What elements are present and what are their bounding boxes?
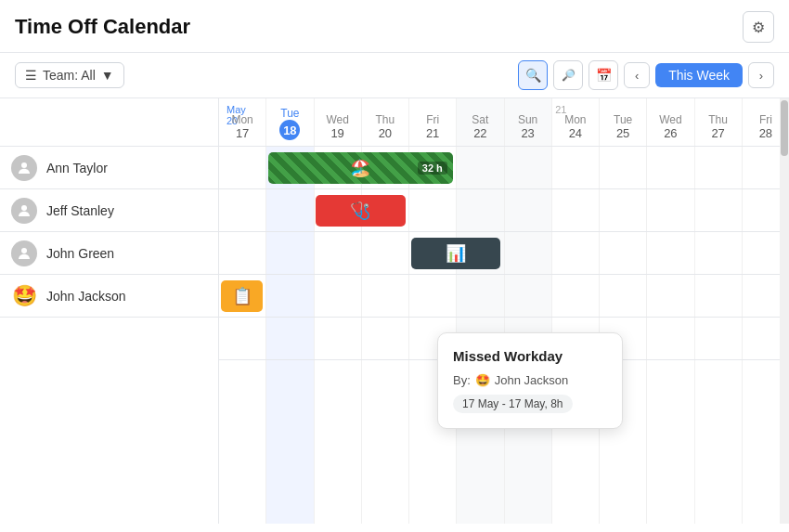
person-name-john-jackson: John Jackson [46,289,126,304]
day-name-sat22: Sat [472,113,488,126]
cell-jgreen-wed19 [315,232,362,274]
cell-ann-mon24 [552,147,600,188]
chevron-left-icon: ‹ [635,69,639,83]
row-john-green: 📊 [219,232,789,275]
cell-jeff-mon17 [219,189,266,231]
cell-jeff-fri21 [409,189,457,231]
chevron-right-icon: › [759,69,763,83]
day-num-wed19: 19 [330,126,343,140]
avatar-ann [11,155,37,181]
person-name-john-green: John Green [46,246,114,261]
cell-jjackson-sat22 [457,275,504,317]
person-row-jeff: Jeff Stanley [0,189,218,232]
tooltip-by-name: John Jackson [495,373,569,387]
day-col-wed26: Wed 26 [647,98,694,146]
cell-jgreen-tue18 [266,232,314,274]
gear-icon: ⚙ [752,19,765,36]
day-name-wed19: Wed [326,113,348,126]
event-john-green-work[interactable]: 📊 [411,238,500,269]
person-row-john-jackson: 🤩 John Jackson [0,275,218,318]
cell-jgreen-tue25 [600,232,647,274]
day-num-tue18: 18 [279,120,300,140]
event-jeff-medical[interactable]: 🩺 [316,195,405,227]
event-ann-vacation[interactable]: 🏖️ 32 h [268,152,453,184]
cell-jjackson-tue18 [266,275,314,317]
tooltip-title: Missed Workday [453,348,607,364]
settings-button[interactable]: ⚙ [743,11,774,43]
day-num-thu27: 27 [711,126,724,140]
day-num-wed26: 26 [664,126,677,140]
avatar-jeff [11,198,37,224]
cell-jeff-sun23 [505,189,552,231]
zoom-in-button[interactable]: 🔍 [518,60,548,90]
day-name-wed26: Wed [659,113,681,126]
cell-jjackson-thu20 [362,275,409,317]
event-hours: 32 h [418,162,447,175]
avatar-john-jackson: 🤩 [11,283,37,309]
scrollbar-thumb[interactable] [781,100,788,156]
team-filter-label: Team: All [43,68,96,83]
work-icon: 📊 [446,243,466,264]
cell-ann-wed26 [647,147,694,188]
day-num-fri28: 28 [759,126,772,140]
calendar-container: Ann Taylor Jeff Stanley John Green 🤩 Joh… [0,98,789,524]
cell-jeff-tue18 [266,189,314,231]
row-ann: 🏖️ 32 h [219,147,789,189]
cell-jjackson-tue25 [600,275,647,317]
tooltip-date: 17 May - 17 May, 8h [453,395,573,413]
day-col-wed19: Wed 19 [315,98,362,146]
day-name-thu20: Thu [376,113,395,126]
scrollbar-track [780,98,789,524]
cell-jeff-tue25 [600,189,647,231]
cell-jeff-sat22 [457,189,504,231]
medical-icon: 🩺 [350,201,370,221]
day-col-tue18: Tue 18 [266,98,314,146]
day-col-mon17: Mon 17 [219,98,266,146]
cell-jeff-mon24 [552,189,600,231]
days-header: May20 Mon 17 Tue 18 Wed 19 Thu 20 [219,98,789,147]
team-filter-button[interactable]: ☰ Team: All ▼ [15,62,124,88]
cell-jjackson-mon24 [552,275,600,317]
page-title: Time Off Calendar [15,15,190,39]
cell-ann-mon17 [219,147,266,188]
tooltip-by-label: By: [453,373,471,387]
people-column: Ann Taylor Jeff Stanley John Green 🤩 Joh… [0,98,219,524]
next-button[interactable]: › [748,62,774,88]
people-column-header [0,98,218,147]
avatar-john-green [11,240,37,266]
day-col-mon24: Mon 24 [552,98,600,146]
row-john-jackson: 📋 [219,275,789,318]
cell-jeff-thu27 [695,189,743,231]
event-tooltip: Missed Workday By: 🤩 John Jackson 17 May… [437,332,623,429]
person-row-john-green: John Green [0,232,218,275]
day-name-tue25: Tue [614,113,632,126]
toolbar: ☰ Team: All ▼ 🔍 🔎 📅 ‹ This Week › [0,53,789,98]
day-col-sun23: Sun 23 [505,98,552,146]
day-num-sat22: 22 [473,126,486,140]
day-name-fri28: Fri [759,113,772,126]
day-name-sun23: Sun [518,113,537,126]
day-num-mon17: 17 [236,126,249,140]
person-row-ann: Ann Taylor [0,147,218,189]
day-col-tue25: Tue 25 [600,98,647,146]
tooltip-by: By: 🤩 John Jackson [453,373,607,387]
this-week-button[interactable]: This Week [655,63,743,87]
cell-jjackson-fri21 [409,275,457,317]
event-john-jackson-missed[interactable]: 📋 [221,280,263,312]
cell-jgreen-thu27 [695,232,743,274]
calendar-view-button[interactable]: 📅 [589,60,618,90]
day-col-fri21: Fri 21 [409,98,457,146]
zoom-out-icon: 🔎 [562,69,576,82]
zoom-out-button[interactable]: 🔎 [553,60,583,90]
chevron-down-icon: ▼ [101,68,114,83]
cell-jgreen-mon17 [219,232,266,274]
day-col-sat22: Sat 22 [457,98,504,146]
cell-jgreen-wed26 [647,232,694,274]
prev-button[interactable]: ‹ [624,62,650,88]
cell-ann-thu27 [695,147,743,188]
tooltip-by-emoji: 🤩 [475,373,490,387]
day-name-tue18: Tue [280,107,299,120]
toolbar-right: 🔍 🔎 📅 ‹ This Week › [518,60,774,90]
app-header: Time Off Calendar ⚙ [0,0,789,53]
calendar-icon: 📅 [596,68,612,83]
